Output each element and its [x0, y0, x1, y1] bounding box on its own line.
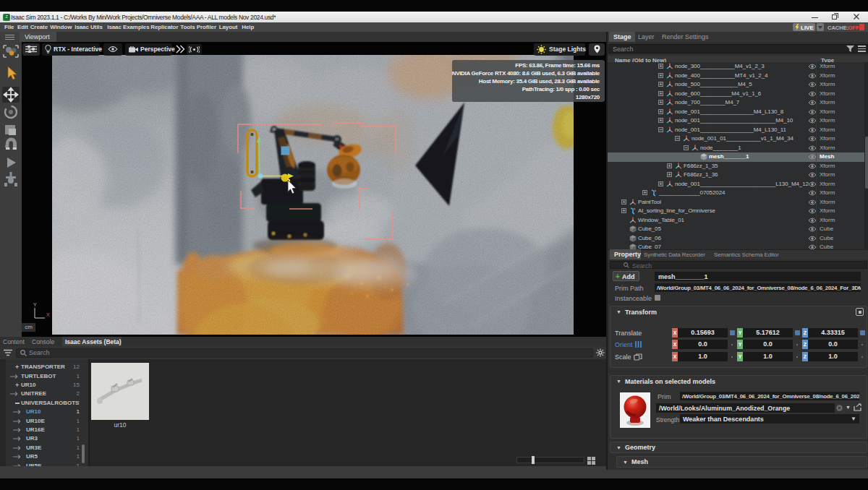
svg-text:X: X — [46, 312, 50, 317]
svg-text:Y: Y — [33, 302, 37, 307]
